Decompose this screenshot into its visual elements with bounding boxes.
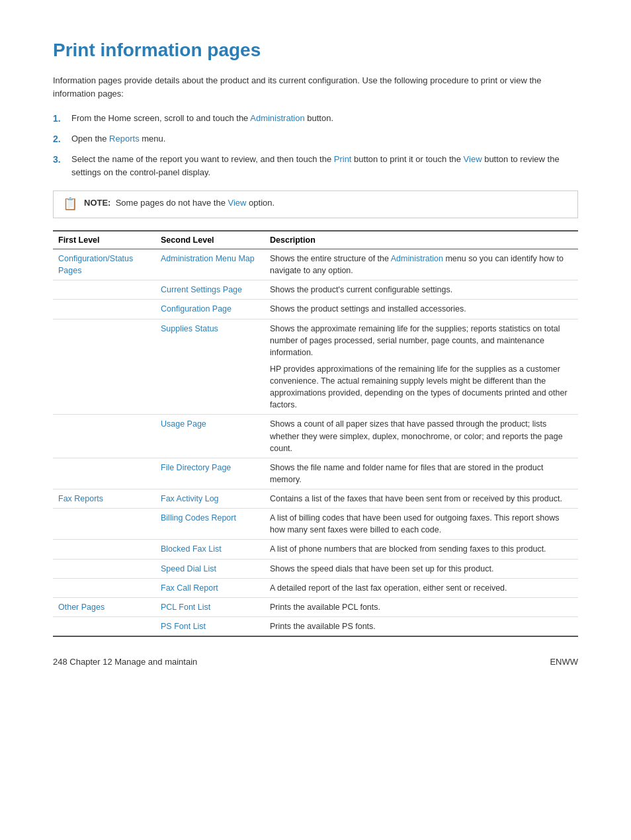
col-header-desc: Description bbox=[265, 231, 578, 249]
first-level-empty-3 bbox=[53, 319, 155, 415]
first-level-empty-1 bbox=[53, 280, 155, 300]
step-1-text: From the Home screen, scroll to and touc… bbox=[71, 112, 578, 126]
first-level-empty-10 bbox=[53, 616, 155, 636]
first-level-config: Configuration/Status Pages bbox=[53, 249, 155, 280]
view-link-1[interactable]: View bbox=[464, 154, 482, 164]
first-level-empty-9 bbox=[53, 578, 155, 597]
col-header-second: Second Level bbox=[155, 231, 265, 249]
table-row: Speed Dial List Shows the speed dials th… bbox=[53, 559, 578, 578]
first-level-other-pages: Other Pages bbox=[53, 597, 155, 616]
desc-config-page: Shows the product settings and installed… bbox=[265, 300, 578, 319]
steps-list: 1. From the Home screen, scroll to and t… bbox=[53, 112, 578, 179]
page-footer: 248 Chapter 12 Manage and maintain ENWW bbox=[53, 657, 578, 667]
step-1: 1. From the Home screen, scroll to and t… bbox=[53, 112, 578, 126]
desc-speed-dial: Shows the speed dials that have been set… bbox=[265, 559, 578, 578]
administration-link-table[interactable]: Administration bbox=[391, 254, 443, 263]
desc-billing-codes: A list of billing codes that have been u… bbox=[265, 509, 578, 540]
table-row: Blocked Fax List A list of phone numbers… bbox=[53, 540, 578, 559]
step-2-num: 2. bbox=[53, 132, 71, 146]
table-row: Usage Page Shows a count of all paper si… bbox=[53, 415, 578, 458]
table-row: PS Font List Prints the available PS fon… bbox=[53, 616, 578, 636]
footer-right: ENWW bbox=[550, 657, 578, 667]
administration-link-1[interactable]: Administration bbox=[250, 113, 304, 123]
first-level-fax-reports: Fax Reports bbox=[53, 489, 155, 509]
second-level-usage-page: Usage Page bbox=[155, 415, 265, 458]
desc-fax-call-report: A detailed report of the last fax operat… bbox=[265, 578, 578, 597]
second-level-supplies-status: Supplies Status bbox=[155, 319, 265, 415]
page-title: Print information pages bbox=[53, 40, 578, 61]
col-header-first: First Level bbox=[53, 231, 155, 249]
second-level-billing-codes: Billing Codes Report bbox=[155, 509, 265, 540]
first-level-empty-4 bbox=[53, 415, 155, 458]
desc-blocked-fax: A list of phone numbers that are blocked… bbox=[265, 540, 578, 559]
table-row: Billing Codes Report A list of billing c… bbox=[53, 509, 578, 540]
desc-supplies-status: Shows the approximate remaining life for… bbox=[265, 319, 578, 415]
table-row: Fax Call Report A detailed report of the… bbox=[53, 578, 578, 597]
info-pages-table: First Level Second Level Description Con… bbox=[53, 230, 578, 637]
second-level-file-directory: File Directory Page bbox=[155, 458, 265, 489]
second-level-ps-font: PS Font List bbox=[155, 616, 265, 636]
note-box: 📋 NOTE: Some pages do not have the View … bbox=[53, 190, 578, 218]
first-level-empty-5 bbox=[53, 458, 155, 489]
desc-ps-font: Prints the available PS fonts. bbox=[265, 616, 578, 636]
second-level-fax-call-report: Fax Call Report bbox=[155, 578, 265, 597]
second-level-speed-dial: Speed Dial List bbox=[155, 559, 265, 578]
first-level-empty-2 bbox=[53, 300, 155, 319]
desc-admin-menu: Shows the entire structure of the Admini… bbox=[265, 249, 578, 280]
table-row: File Directory Page Shows the file name … bbox=[53, 458, 578, 489]
table-row: Current Settings Page Shows the product'… bbox=[53, 280, 578, 300]
step-3-text: Select the name of the report you want t… bbox=[71, 153, 578, 179]
step-3-num: 3. bbox=[53, 153, 71, 179]
view-link-note[interactable]: View bbox=[228, 198, 247, 208]
table-row: Configuration Page Shows the product set… bbox=[53, 300, 578, 319]
intro-text: Information pages provide details about … bbox=[53, 74, 578, 100]
desc-fax-activity: Contains a list of the faxes that have b… bbox=[265, 489, 578, 509]
table-row: Supplies Status Shows the approximate re… bbox=[53, 319, 578, 415]
desc-supplies-status-para2: HP provides approximations of the remain… bbox=[270, 363, 573, 411]
step-2: 2. Open the Reports menu. bbox=[53, 132, 578, 146]
footer-left: 248 Chapter 12 Manage and maintain bbox=[53, 657, 197, 667]
first-level-empty-7 bbox=[53, 540, 155, 559]
second-level-current-settings: Current Settings Page bbox=[155, 280, 265, 300]
second-level-blocked-fax: Blocked Fax List bbox=[155, 540, 265, 559]
second-level-pcl-font: PCL Font List bbox=[155, 597, 265, 616]
second-level-config-page: Configuration Page bbox=[155, 300, 265, 319]
desc-pcl-font: Prints the available PCL fonts. bbox=[265, 597, 578, 616]
table-row: Fax Reports Fax Activity Log Contains a … bbox=[53, 489, 578, 509]
desc-file-directory: Shows the file name and folder name for … bbox=[265, 458, 578, 489]
note-icon: 📋 bbox=[63, 196, 79, 211]
step-2-text: Open the Reports menu. bbox=[71, 132, 578, 146]
step-1-num: 1. bbox=[53, 112, 71, 126]
print-link[interactable]: Print bbox=[334, 154, 352, 164]
first-level-empty-6 bbox=[53, 509, 155, 540]
first-level-empty-8 bbox=[53, 559, 155, 578]
reports-link[interactable]: Reports bbox=[109, 134, 140, 144]
table-row: Other Pages PCL Font List Prints the ava… bbox=[53, 597, 578, 616]
second-level-fax-activity: Fax Activity Log bbox=[155, 489, 265, 509]
table-row: Configuration/Status Pages Administratio… bbox=[53, 249, 578, 280]
note-label: NOTE: bbox=[84, 198, 110, 208]
note-text: NOTE: Some pages do not have the View op… bbox=[84, 198, 274, 208]
second-level-admin-menu: Administration Menu Map bbox=[155, 249, 265, 280]
desc-usage-page: Shows a count of all paper sizes that ha… bbox=[265, 415, 578, 458]
step-3: 3. Select the name of the report you wan… bbox=[53, 153, 578, 179]
desc-current-settings: Shows the product's current configurable… bbox=[265, 280, 578, 300]
